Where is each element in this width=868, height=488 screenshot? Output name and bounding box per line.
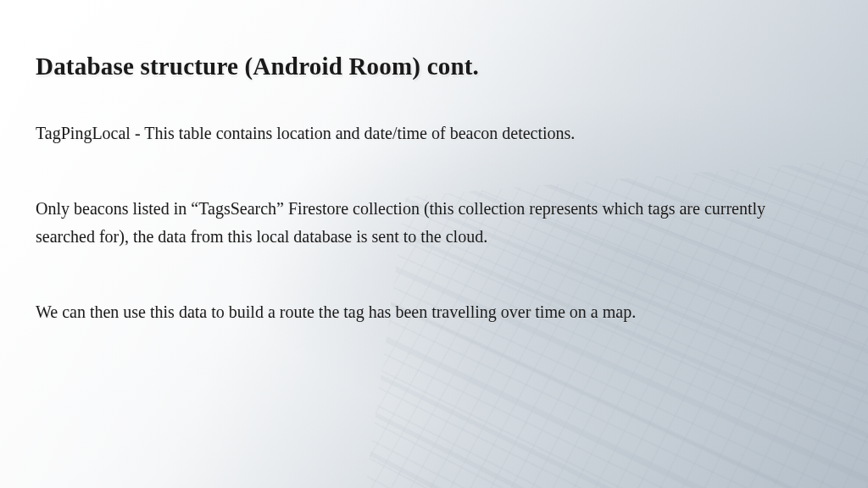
slide-content: Database structure (Android Room) cont. … bbox=[0, 0, 868, 360]
slide-paragraph-3: We can then use this data to build a rou… bbox=[36, 298, 826, 326]
slide-title: Database structure (Android Room) cont. bbox=[36, 53, 826, 80]
slide-paragraph-1: TagPingLocal - This table contains locat… bbox=[36, 119, 826, 147]
slide-paragraph-2: Only beacons listed in “TagsSearch” Fire… bbox=[36, 195, 826, 251]
